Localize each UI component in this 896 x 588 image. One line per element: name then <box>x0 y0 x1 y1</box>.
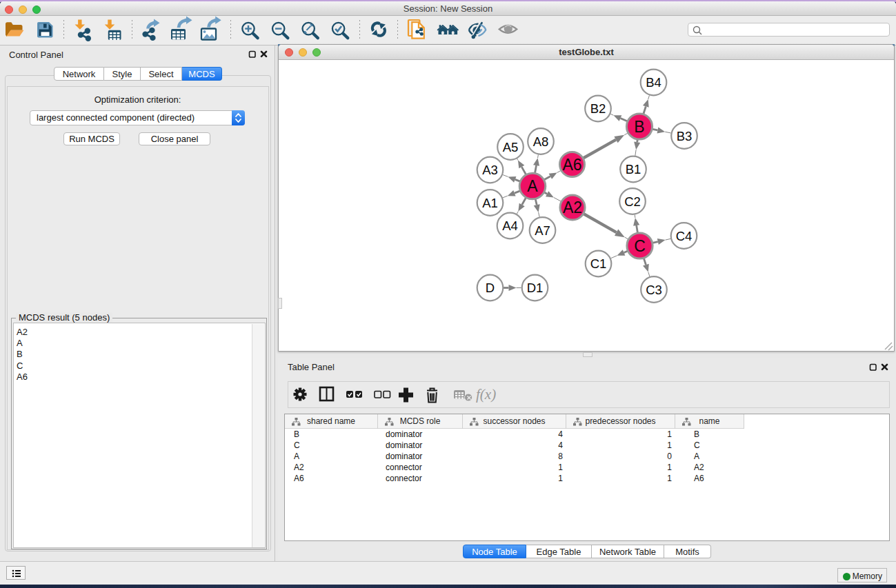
svg-text:C3: C3 <box>646 283 662 297</box>
svg-text:D1: D1 <box>527 281 544 295</box>
svg-text:A8: A8 <box>533 134 549 149</box>
svg-text:A3: A3 <box>482 163 498 177</box>
svg-text:C2: C2 <box>624 194 641 209</box>
svg-text:A6: A6 <box>562 156 581 174</box>
svg-text:A2: A2 <box>563 199 582 216</box>
svg-text:C1: C1 <box>590 256 607 271</box>
svg-text:A1: A1 <box>482 196 498 210</box>
svg-text:A4: A4 <box>502 219 518 233</box>
svg-text:A7: A7 <box>535 223 550 238</box>
svg-text:A5: A5 <box>503 140 519 154</box>
svg-text:B3: B3 <box>677 129 693 143</box>
svg-text:A: A <box>527 177 538 195</box>
svg-text:C: C <box>634 237 646 255</box>
svg-text:f(x): f(x) <box>476 386 496 403</box>
svg-text:C4: C4 <box>676 229 693 243</box>
svg-text:D: D <box>486 281 495 295</box>
svg-text:B: B <box>634 118 644 136</box>
svg-text:B1: B1 <box>626 162 641 176</box>
svg-text:B2: B2 <box>590 101 606 116</box>
svg-text:B4: B4 <box>646 75 661 90</box>
